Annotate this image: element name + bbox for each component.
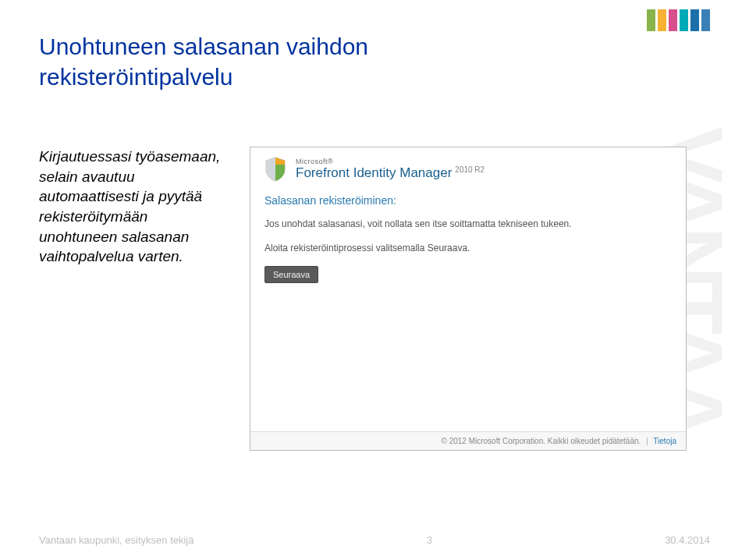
registration-paragraph-1: Jos unohdat salasanasi, voit nollata sen… — [264, 218, 672, 231]
footer-left: Vantaan kaupunki, esityksen tekijä — [39, 534, 194, 546]
product-name: Forefront Identity Manager2010 R2 — [296, 165, 485, 181]
footer-page-number: 3 — [427, 534, 432, 546]
about-link[interactable]: Tietoja — [653, 437, 676, 445]
registration-paragraph-2: Aloita rekisteröintiprosessi valitsemall… — [264, 242, 672, 255]
screenshot-column: Microsoft® Forefront Identity Manager201… — [250, 147, 710, 451]
registration-title: Salasanan rekisteröiminen: — [264, 194, 672, 207]
dialog-header: Microsoft® Forefront Identity Manager201… — [250, 147, 686, 190]
next-button[interactable]: Seuraava — [264, 266, 318, 283]
footer-separator: | — [646, 437, 648, 445]
content-row: Kirjautuessasi työasemaan, selain avautu… — [39, 147, 710, 451]
slide-footer: Vantaan kaupunki, esityksen tekijä 3 30.… — [39, 534, 710, 546]
microsoft-label: Microsoft® — [296, 158, 485, 165]
dialog-footer: © 2012 Microsoft Corporation. Kaikki oik… — [250, 431, 686, 450]
registration-dialog: Microsoft® Forefront Identity Manager201… — [250, 147, 687, 451]
body-text: Kirjautuessasi työasemaan, selain avautu… — [39, 147, 226, 451]
forefront-shield-icon — [261, 155, 289, 183]
brand-color-strip — [647, 9, 710, 31]
footer-date: 30.4.2014 — [665, 534, 710, 546]
slide-title: Unohtuneen salasanan vaihdon rekisteröin… — [39, 31, 710, 92]
copyright-text: © 2012 Microsoft Corporation. Kaikki oik… — [441, 437, 641, 445]
dialog-body: Salasanan rekisteröiminen: Jos unohdat s… — [250, 190, 686, 292]
